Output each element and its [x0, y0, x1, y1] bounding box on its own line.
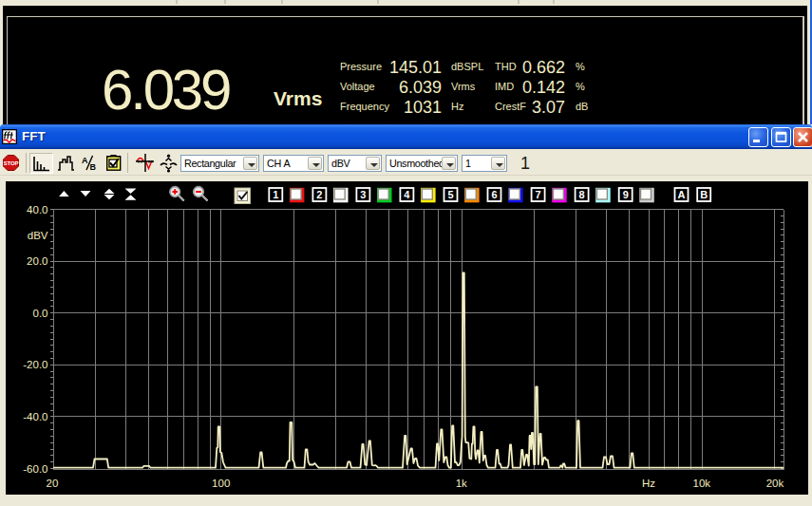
svg-text:Hz: Hz [642, 478, 655, 489]
svg-text:5: 5 [447, 189, 453, 200]
svg-text:8: 8 [579, 189, 585, 200]
svg-text:0.0: 0.0 [33, 308, 48, 319]
svg-text:STOP: STOP [3, 160, 18, 166]
svg-text:A: A [678, 189, 686, 200]
svg-text:dBV: dBV [28, 230, 48, 241]
svg-text:6: 6 [491, 189, 497, 200]
svg-text:-60.0: -60.0 [23, 463, 47, 475]
svg-text:20.0: 20.0 [27, 255, 47, 267]
svg-text:-40.0: -40.0 [23, 411, 47, 422]
svg-text:1: 1 [273, 189, 278, 200]
svg-text:A: A [82, 156, 88, 165]
svg-text:B: B [700, 189, 708, 200]
svg-text:10k: 10k [693, 478, 711, 489]
svg-text:20k: 20k [766, 478, 784, 489]
svg-text:3: 3 [360, 189, 366, 200]
svg-text:40.0: 40.0 [27, 204, 47, 216]
svg-text:7: 7 [536, 189, 541, 200]
svg-text:2: 2 [316, 189, 322, 200]
svg-text:20: 20 [47, 478, 59, 489]
svg-text:100: 100 [212, 478, 230, 489]
svg-text:4: 4 [404, 189, 410, 200]
svg-text:9: 9 [623, 189, 629, 200]
svg-text:B: B [90, 162, 97, 172]
svg-text:-20.0: -20.0 [23, 359, 47, 370]
svg-text:1k: 1k [456, 478, 467, 489]
